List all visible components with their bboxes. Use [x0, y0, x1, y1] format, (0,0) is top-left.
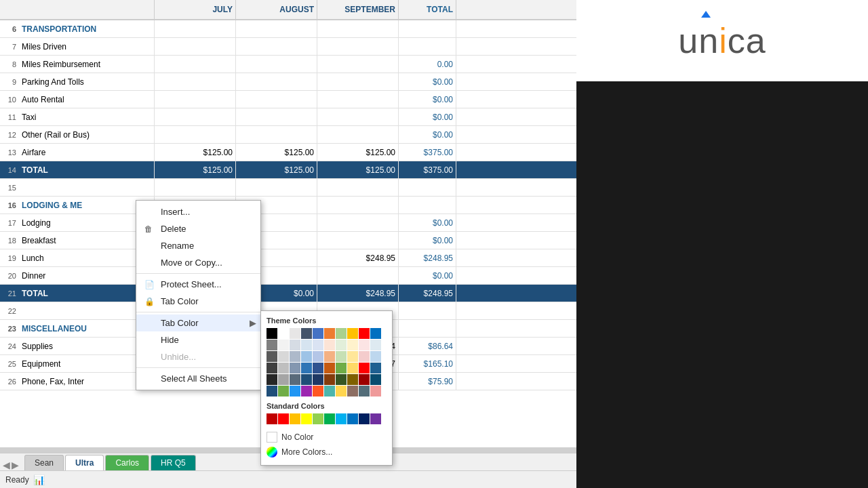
color-swatch[interactable] [313, 386, 323, 396]
color-swatch[interactable] [290, 374, 300, 385]
color-swatch[interactable] [347, 351, 358, 362]
color-swatch[interactable] [278, 340, 289, 350]
color-swatch[interactable] [267, 351, 277, 362]
standard-color-grid [267, 413, 387, 424]
color-swatch[interactable] [290, 363, 300, 373]
color-swatch[interactable] [267, 328, 277, 339]
color-swatch[interactable] [313, 340, 323, 350]
color-swatch[interactable] [336, 363, 347, 373]
menu-delete[interactable]: 🗑 Delete [136, 220, 260, 237]
color-swatch[interactable] [278, 351, 289, 362]
menu-hide[interactable]: Hide [136, 331, 260, 348]
col-august-header: AUGUST [236, 0, 317, 19]
color-swatch[interactable] [336, 328, 347, 339]
color-swatch[interactable] [324, 328, 335, 339]
color-swatch[interactable] [267, 363, 277, 373]
color-swatch[interactable] [324, 374, 335, 385]
menu-view-code[interactable]: 📄 Protect Sheet... [136, 276, 260, 293]
tab-scroll-right[interactable]: ▶ [12, 460, 19, 470]
row-11: 11 Taxi $0.00 [0, 108, 576, 126]
color-swatch[interactable] [290, 328, 300, 339]
color-swatch[interactable] [359, 328, 370, 339]
color-swatch[interactable] [359, 374, 370, 385]
color-swatch[interactable] [278, 328, 289, 339]
col-july-header: JULY [155, 0, 236, 19]
color-swatch[interactable] [336, 413, 347, 424]
color-swatch[interactable] [301, 413, 312, 424]
color-swatch[interactable] [370, 351, 381, 362]
color-swatch[interactable] [347, 374, 358, 385]
color-swatch[interactable] [301, 363, 312, 373]
color-swatch[interactable] [347, 363, 358, 373]
color-swatch[interactable] [347, 386, 358, 396]
color-swatch[interactable] [370, 340, 381, 350]
color-swatch[interactable] [290, 351, 300, 362]
menu-protect-sheet[interactable]: 🔒 Tab Color [136, 293, 260, 310]
no-color-option[interactable]: No Color [267, 430, 387, 445]
color-swatch[interactable] [359, 386, 370, 396]
color-swatch[interactable] [347, 413, 358, 424]
logo-cap [701, 11, 711, 18]
color-swatch[interactable] [370, 374, 381, 385]
color-swatch[interactable] [324, 351, 335, 362]
color-swatch[interactable] [278, 374, 289, 385]
color-swatch[interactable] [359, 363, 370, 373]
more-colors-label: More Colors... [281, 447, 332, 457]
color-swatch[interactable] [313, 413, 323, 424]
menu-insert[interactable]: Insert... [136, 203, 260, 220]
row-10-label: Auto Rental [19, 91, 155, 108]
color-swatch[interactable] [347, 328, 358, 339]
color-swatch[interactable] [313, 374, 323, 385]
color-swatch[interactable] [359, 351, 370, 362]
color-swatch[interactable] [359, 340, 370, 350]
color-swatch[interactable] [267, 386, 277, 396]
color-swatch[interactable] [290, 340, 300, 350]
menu-move-copy[interactable]: Move or Copy... [136, 254, 260, 271]
color-swatch[interactable] [301, 386, 312, 396]
color-swatch[interactable] [347, 340, 358, 350]
color-swatch[interactable] [370, 363, 381, 373]
color-swatch[interactable] [278, 413, 289, 424]
color-swatch[interactable] [324, 340, 335, 350]
color-swatch[interactable] [370, 386, 381, 396]
tab-hrq5[interactable]: HR Q5 [151, 455, 196, 470]
color-swatch[interactable] [278, 386, 289, 396]
color-swatch[interactable] [313, 363, 323, 373]
status-bar: Ready 📊 [0, 470, 576, 488]
menu-rename[interactable]: Rename [136, 237, 260, 254]
color-swatch[interactable] [267, 340, 277, 350]
color-swatch[interactable] [313, 328, 323, 339]
color-swatch[interactable] [313, 351, 323, 362]
color-swatch[interactable] [336, 340, 347, 350]
color-swatch[interactable] [324, 413, 335, 424]
color-swatch[interactable] [336, 374, 347, 385]
menu-select-all-sheets[interactable]: Select All Sheets [136, 370, 260, 387]
tab-sean[interactable]: Sean [24, 455, 64, 470]
color-swatch[interactable] [267, 413, 277, 424]
color-swatch[interactable] [290, 413, 300, 424]
more-colors-option[interactable]: More Colors... [267, 445, 387, 460]
color-swatch[interactable] [359, 413, 370, 424]
menu-tab-color[interactable]: Tab Color ▶ [136, 314, 260, 331]
color-swatch[interactable] [267, 374, 277, 385]
color-swatch[interactable] [301, 328, 312, 339]
color-swatch[interactable] [324, 386, 335, 396]
color-swatch[interactable] [370, 413, 381, 424]
logo: u n i c a [678, 20, 766, 61]
color-swatch[interactable] [336, 351, 347, 362]
tab-scroll-left[interactable]: ◀ [3, 460, 10, 470]
standard-colors-label: Standard Colors [267, 402, 387, 410]
tab-ultra[interactable]: Ultra [65, 455, 104, 470]
color-swatch[interactable] [336, 386, 347, 396]
color-swatch[interactable] [301, 340, 312, 350]
color-swatch[interactable] [290, 386, 300, 396]
row-19: 19 Lunch $248.95 $248.95 [0, 249, 576, 267]
row-16-label: LODGING & ME [19, 197, 155, 214]
color-swatch[interactable] [324, 363, 335, 373]
color-swatch[interactable] [278, 363, 289, 373]
color-swatch[interactable] [301, 374, 312, 385]
row-13-label: Airfare [19, 144, 155, 161]
tab-carlos[interactable]: Carlos [105, 455, 149, 470]
color-swatch[interactable] [301, 351, 312, 362]
color-swatch[interactable] [370, 328, 381, 339]
